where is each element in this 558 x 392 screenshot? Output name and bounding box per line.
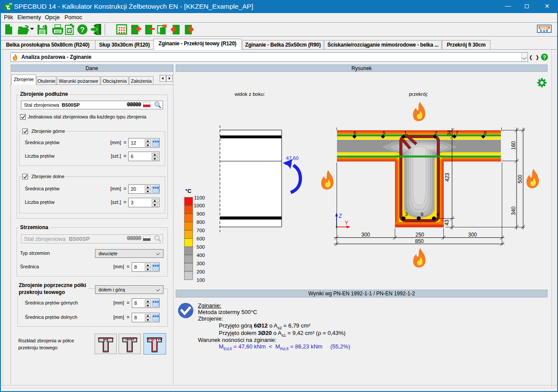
- svg-text:900: 900: [197, 211, 205, 216]
- svg-text:bud: bud: [540, 28, 548, 33]
- svg-text:47,60: 47,60: [286, 155, 299, 161]
- svg-text:200: 200: [197, 269, 205, 274]
- svg-text:2: 2: [435, 130, 437, 135]
- svg-text:EN: EN: [9, 3, 12, 5]
- svg-text:6: 6: [354, 130, 356, 135]
- svg-text:600: 600: [197, 236, 205, 241]
- svg-text:3: 3: [405, 212, 408, 217]
- svg-text:340: 340: [510, 206, 517, 215]
- svg-text:1100: 1100: [194, 195, 205, 200]
- svg-text:850: 850: [415, 238, 424, 244]
- svg-text:W: W: [67, 28, 71, 33]
- svg-text:widok z boku:: widok z boku:: [234, 91, 265, 97]
- svg-text:250: 250: [415, 232, 424, 238]
- svg-text:300: 300: [361, 232, 370, 238]
- svg-text:100: 100: [197, 277, 205, 283]
- svg-text:1000: 1000: [194, 203, 205, 208]
- svg-text:Y: Y: [345, 220, 348, 226]
- svg-text:8: 8: [484, 130, 487, 135]
- svg-text:400: 400: [197, 253, 205, 258]
- svg-text:300: 300: [197, 261, 205, 266]
- svg-text:Z: Z: [339, 213, 342, 219]
- svg-text:43: 43: [444, 220, 450, 226]
- svg-text:9: 9: [421, 212, 423, 217]
- svg-text:przekrój:: przekrój:: [409, 91, 428, 97]
- svg-text:7: 7: [456, 130, 458, 135]
- svg-text:34: 34: [446, 130, 452, 135]
- svg-text:300: 300: [468, 232, 477, 238]
- svg-text:160: 160: [510, 141, 517, 150]
- svg-text:?: ?: [80, 26, 85, 34]
- svg-text:800: 800: [197, 220, 205, 225]
- svg-text:700: 700: [197, 228, 205, 233]
- svg-text:5: 5: [383, 130, 385, 135]
- svg-text:?: ?: [543, 54, 546, 61]
- svg-text:500: 500: [517, 175, 523, 183]
- svg-text:500: 500: [197, 244, 205, 250]
- svg-text:423: 423: [444, 173, 450, 182]
- svg-text:4: 4: [436, 212, 439, 217]
- svg-text:1: 1: [404, 130, 407, 135]
- svg-text:°C: °C: [185, 188, 191, 194]
